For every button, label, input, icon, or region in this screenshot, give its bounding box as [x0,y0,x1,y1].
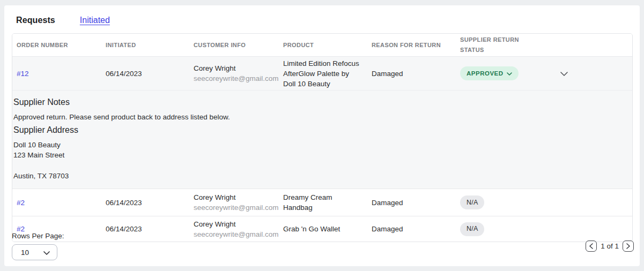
rows-per-page-value: 10 [21,249,29,257]
product-name: Dreamy Cream Handbag [279,192,367,213]
tab-bar: Requests Initiated [4,5,640,25]
order-number-link[interactable]: #2 [17,199,25,207]
customer-name: Corey Wright [194,192,275,202]
customer-name: Corey Wright [194,219,275,229]
initiated-date: 06/14/2023 [101,224,189,234]
expanded-row-detail: Supplier Notes Approved return. Please s… [12,91,632,189]
status-badge: N/A [460,222,484,236]
customer-name: Corey Wright [194,63,275,73]
rows-per-page-label: Rows Per Page: [12,232,64,240]
supplier-address-street: 123 Main Street [13,150,621,160]
header-product: Product [279,40,367,50]
customer-email: seecoreywrite@gmail.com [194,73,275,84]
table-header-row: Order Number Initiated Customer Info Pro… [12,34,632,57]
initiated-date: 06/14/2023 [101,198,189,208]
page-indicator: 1 of 1 [599,242,620,250]
chevron-right-icon [626,243,630,249]
supplier-address-city: Austin, TX 78703 [13,171,621,181]
pagination: 1 of 1 [586,240,634,252]
initiated-date: 06/14/2023 [101,69,189,79]
requests-card: Requests Initiated Order Number Initiate… [4,5,640,266]
header-order-number: Order Number [12,40,101,50]
supplier-notes-title: Supplier Notes [13,97,621,107]
table-row: #2 06/14/2023 Corey Wright seecoreywrite… [12,189,632,216]
order-number-link[interactable]: #12 [17,70,29,78]
status-badge: N/A [460,195,484,209]
return-reason: Damaged [367,69,456,79]
requests-table: Order Number Initiated Customer Info Pro… [12,33,633,242]
header-supplier-status: Supplier Return Status [456,35,544,55]
header-initiated: Initiated [101,40,189,50]
supplier-address-title: Supplier Address [13,125,621,135]
return-reason: Damaged [367,224,456,234]
return-reason: Damaged [367,198,456,208]
previous-page-button[interactable] [586,240,597,252]
chevron-down-icon [507,69,512,79]
status-badge-label: APPROVED [467,69,504,79]
tab-requests[interactable]: Requests [16,16,55,25]
customer-email: seecoreywrite@gmail.com [194,229,275,239]
supplier-notes-body: Approved return. Please send product bac… [13,112,621,122]
status-badge-dropdown[interactable]: APPROVED [460,66,519,80]
product-name: Grab 'n Go Wallet [279,224,367,234]
table-row: #2 06/14/2023 Corey Wright seecoreywrite… [12,216,632,242]
header-customer-info: Customer Info [189,40,279,50]
chevron-left-icon [589,243,593,249]
tab-initiated[interactable]: Initiated [80,16,110,25]
customer-email: seecoreywrite@gmail.com [194,202,275,213]
row-expand-chevron-icon[interactable] [560,72,568,76]
header-reason: Reason for Return [367,40,456,50]
supplier-address-company: Doll 10 Beauty [13,140,621,150]
product-name: Limited Edition Refocus AfterGlow Palett… [279,58,367,89]
rows-per-page-select[interactable]: 10 [12,244,57,260]
next-page-button[interactable] [623,240,634,252]
chevron-down-icon [43,249,50,257]
table-row: #12 06/14/2023 Corey Wright seecoreywrit… [12,57,632,91]
